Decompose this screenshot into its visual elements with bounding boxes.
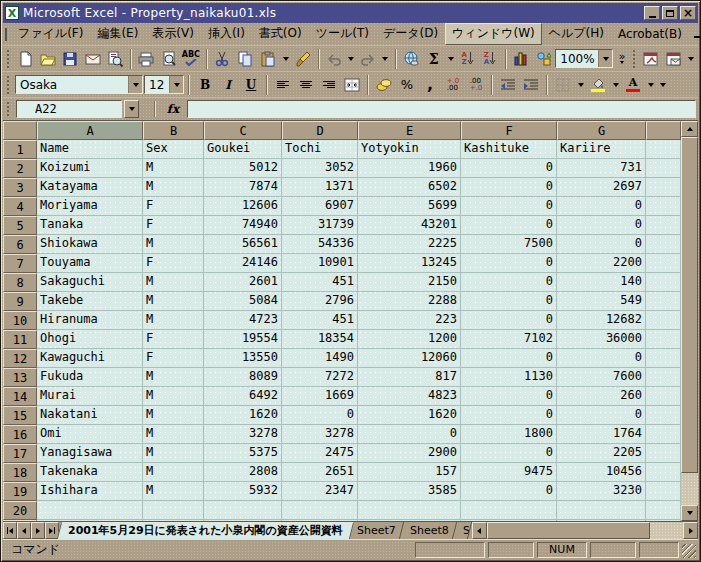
merge-center-button[interactable] [341, 75, 363, 95]
menu-item[interactable]: 表示(V) [145, 23, 201, 45]
align-left-button[interactable] [272, 75, 294, 95]
column-header-B[interactable]: B [143, 121, 204, 140]
cell-F3[interactable]: 0 [461, 178, 557, 197]
cell-E19[interactable]: 3585 [358, 482, 461, 501]
fmt-more-dropdown[interactable] [657, 75, 668, 95]
select-all-corner[interactable] [3, 121, 37, 140]
cell-filler[interactable] [646, 501, 681, 520]
cell-C14[interactable]: 6492 [204, 387, 282, 406]
cell-D13[interactable]: 7272 [282, 368, 358, 387]
cell-F20[interactable] [461, 501, 557, 520]
toolbar-grip[interactable] [6, 75, 11, 95]
row-header-15[interactable]: 15 [3, 406, 37, 425]
cell-G14[interactable]: 260 [557, 387, 646, 406]
cell-E16[interactable]: 0 [358, 425, 461, 444]
cell-F1[interactable]: Kashituke [461, 140, 557, 159]
cell-filler[interactable] [646, 178, 681, 197]
menu-item[interactable]: ファイル(F) [11, 23, 90, 45]
cell-D18[interactable]: 2651 [282, 463, 358, 482]
increase-decimal-button[interactable]: +.0.00 [442, 75, 464, 95]
cell-A2[interactable]: Koizumi [37, 159, 143, 178]
cell-F13[interactable]: 1130 [461, 368, 557, 387]
cell-C19[interactable]: 5932 [204, 482, 282, 501]
cell-F4[interactable]: 0 [461, 197, 557, 216]
resize-grip[interactable] [682, 544, 696, 558]
row-header-10[interactable]: 10 [3, 311, 37, 330]
cell-B15[interactable]: M [143, 406, 204, 425]
increase-indent-button[interactable] [520, 75, 542, 95]
font-name-combo[interactable]: Osaka [15, 75, 143, 94]
cell-G20[interactable] [557, 501, 646, 520]
cell-B2[interactable]: M [143, 159, 204, 178]
cell-D8[interactable]: 451 [282, 273, 358, 292]
row-header-12[interactable]: 12 [3, 349, 37, 368]
cell-G11[interactable]: 36000 [557, 330, 646, 349]
cell-C7[interactable]: 24146 [204, 254, 282, 273]
cell-D6[interactable]: 54336 [282, 235, 358, 254]
insert-hyperlink-button[interactable] [401, 49, 422, 69]
cell-B9[interactable]: M [143, 292, 204, 311]
cell-C15[interactable]: 1620 [204, 406, 282, 425]
cell-filler[interactable] [646, 406, 681, 425]
cell-D11[interactable]: 18354 [282, 330, 358, 349]
name-box[interactable]: A22 [16, 100, 122, 118]
menu-item[interactable]: 挿入(I) [201, 23, 252, 45]
cell-E3[interactable]: 6502 [358, 178, 461, 197]
column-header-C[interactable]: C [204, 121, 282, 140]
cell-D20[interactable] [282, 501, 358, 520]
cell-G5[interactable]: 0 [557, 216, 646, 235]
cell-G3[interactable]: 2697 [557, 178, 646, 197]
cell-E17[interactable]: 2900 [358, 444, 461, 463]
row-header-20[interactable]: 20 [3, 501, 37, 520]
cell-A5[interactable]: Tanaka [37, 216, 143, 235]
cell-C18[interactable]: 2808 [204, 463, 282, 482]
font-name-dropdown[interactable] [128, 76, 142, 93]
cell-G12[interactable]: 0 [557, 349, 646, 368]
cell-D10[interactable]: 451 [282, 311, 358, 330]
menu-item[interactable]: Acrobat(B) [611, 25, 689, 44]
cell-B11[interactable]: F [143, 330, 204, 349]
sheet-tab[interactable]: S [451, 522, 471, 539]
cell-G18[interactable]: 10456 [557, 463, 646, 482]
undo-button[interactable] [324, 49, 345, 69]
row-header-6[interactable]: 6 [3, 235, 37, 254]
fill-color-dropdown[interactable] [610, 75, 621, 95]
cell-A9[interactable]: Takebe [37, 292, 143, 311]
cell-G9[interactable]: 549 [557, 292, 646, 311]
cell-F6[interactable]: 7500 [461, 235, 557, 254]
drawing-button[interactable] [533, 49, 554, 69]
cell-D16[interactable]: 3278 [282, 425, 358, 444]
scroll-right-button[interactable] [683, 522, 698, 539]
new-document-button[interactable] [15, 49, 36, 69]
chart-wizard-button[interactable] [511, 49, 532, 69]
cell-A12[interactable]: Kawaguchi [37, 349, 143, 368]
maximize-button[interactable] [662, 6, 678, 20]
cell-C1[interactable]: Goukei [204, 140, 282, 159]
cell-C17[interactable]: 5375 [204, 444, 282, 463]
title-bar[interactable]: X Microsoft Excel - Property_naikaku01.x… [3, 3, 698, 23]
font-color-dropdown[interactable] [645, 75, 656, 95]
cell-B10[interactable]: M [143, 311, 204, 330]
row-header-5[interactable]: 5 [3, 216, 37, 235]
toolbar-grip[interactable] [6, 49, 11, 69]
cell-C2[interactable]: 5012 [204, 159, 282, 178]
cell-E4[interactable]: 5699 [358, 197, 461, 216]
cell-B5[interactable]: F [143, 216, 204, 235]
cell-C10[interactable]: 4723 [204, 311, 282, 330]
redo-button[interactable] [358, 49, 379, 69]
copy-button[interactable] [234, 49, 255, 69]
font-color-button[interactable]: A [622, 75, 644, 95]
cell-G2[interactable]: 731 [557, 159, 646, 178]
cell-E10[interactable]: 223 [358, 311, 461, 330]
cell-filler[interactable] [646, 216, 681, 235]
cell-C5[interactable]: 74940 [204, 216, 282, 235]
cell-C11[interactable]: 19554 [204, 330, 282, 349]
horizontal-scrollbar[interactable] [472, 522, 699, 539]
column-header-A[interactable]: A [37, 121, 143, 140]
cell-G10[interactable]: 12682 [557, 311, 646, 330]
close-button[interactable]: × [680, 6, 696, 20]
row-header-11[interactable]: 11 [3, 330, 37, 349]
previous-sheet-button[interactable] [17, 522, 31, 539]
borders-dropdown[interactable] [575, 75, 586, 95]
cell-D12[interactable]: 1490 [282, 349, 358, 368]
